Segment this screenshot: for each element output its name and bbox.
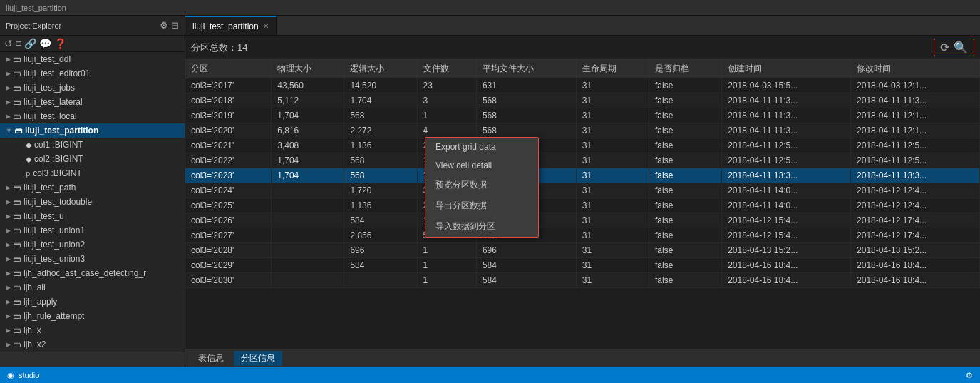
table-cell: 1,704 (272, 153, 344, 168)
table-row[interactable]: col3='2030'158431false2018-04-16 18:4...… (185, 273, 980, 288)
table-cell: 23 (417, 78, 476, 93)
table-row[interactable]: col3='2022'1,704568156831false2018-04-11… (185, 153, 980, 168)
chat-icon[interactable]: 💬 (39, 38, 51, 49)
table-row[interactable]: col3='2020'6,8162,272456831false2018-04-… (185, 123, 980, 138)
sidebar-item-liuji_test_ddl[interactable]: ▶ 🗃 liuji_test_ddl (0, 52, 185, 66)
sidebar-item-liuji_test_editor01[interactable]: ▶ 🗃 liuji_test_editor01 (0, 66, 185, 81)
table-row[interactable]: col3='2029'584158431false2018-04-16 18:4… (185, 258, 980, 273)
table-container: 分区物理大小逻辑大小文件数平均文件大小生命周期是否归档创建时间修改时间 col3… (185, 60, 980, 349)
tree-icon: 🗃 (13, 240, 21, 249)
tree-icon: 🗃 (13, 255, 21, 263)
sidebar-item-label: liuji_test_todouble (24, 197, 92, 207)
table-row[interactable]: col3='2028'696169631false2018-04-13 15:2… (185, 243, 980, 258)
context-menu-item-import_partition[interactable]: 导入数据到分区 (425, 216, 538, 237)
collapse-icon[interactable]: ⊟ (171, 20, 179, 31)
sidebar-tree: ▶ 🗃 liuji_test_ddl ▶ 🗃 liuji_test_editor… (0, 52, 185, 352)
sidebar-item-liuji_test_local[interactable]: ▶ 🗃 liuji_test_local (0, 109, 185, 123)
bottom-tab-partition_info[interactable]: 分区信息 (234, 351, 282, 366)
table-row[interactable]: col3='2018'5,1121,704356831false2018-04-… (185, 93, 980, 108)
sidebar-item-label: ljh_rule_attempt (24, 311, 84, 321)
tree-icon: 🗃 (13, 69, 21, 78)
sidebar-item-liuji_test_union2[interactable]: ▶ 🗃 liuji_test_union2 (0, 238, 185, 252)
table-cell: 568 (476, 108, 576, 123)
column-header: 是否归档 (649, 60, 721, 78)
search-icon[interactable]: 🔍 (954, 41, 968, 54)
sidebar-item-ljh_x2[interactable]: ▶ 🗃 ljh_x2 (0, 337, 185, 352)
sidebar-item-col2[interactable]: ◆ col2 :BIGINT (0, 152, 185, 166)
table-cell: 6,816 (272, 123, 344, 138)
context-menu-item-export_partition[interactable]: 导出分区数据 (425, 195, 538, 216)
context-menu-item-export_grid[interactable]: Export grid data (425, 138, 538, 156)
column-header: 创建时间 (722, 60, 851, 78)
sidebar-item-liuji_test_path[interactable]: ▶ 🗃 liuji_test_path (0, 180, 185, 195)
table-row[interactable]: col3='2024'1,720357331false2018-04-11 14… (185, 183, 980, 198)
sidebar-item-label: liuji_test_union2 (24, 240, 85, 250)
table-cell: 2018-04-11 11:3... (722, 108, 851, 123)
context-menu-item-preview_partition[interactable]: 预览分区数据 (425, 175, 538, 195)
table-cell: false (649, 93, 721, 108)
help-icon[interactable]: ❓ (54, 38, 66, 49)
sidebar-item-ljh_rule_attempt[interactable]: ▶ 🗃 ljh_rule_attempt (0, 309, 185, 323)
table-cell: 2018-04-03 12:1... (851, 78, 980, 93)
sidebar-item-liuji_test_u[interactable]: ▶ 🗃 liuji_test_u (0, 209, 185, 223)
refresh-data-icon[interactable]: ⟳ (940, 41, 949, 54)
sidebar-item-ljh_apply[interactable]: ▶ 🗃 ljh_apply (0, 295, 185, 309)
tree-icon: 🗃 (13, 226, 21, 235)
sidebar-item-ljh_x[interactable]: ▶ 🗃 ljh_x (0, 323, 185, 337)
sidebar-item-liuji_test_lateral[interactable]: ▶ 🗃 liuji_test_lateral (0, 95, 185, 109)
tree-icon: ◆ (26, 141, 31, 150)
tab-liuji_test_partition_tab[interactable]: liuji_test_partition ✕ (185, 16, 277, 35)
settings-icon[interactable]: ⚙ (160, 20, 168, 31)
settings-status-icon[interactable]: ⚙ (966, 371, 973, 380)
table-row[interactable]: col3='2027'2,856557131false2018-04-12 15… (185, 228, 980, 243)
table-cell: 1 (417, 258, 476, 273)
sidebar-item-liuji_test_todouble[interactable]: ▶ 🗃 liuji_test_todouble (0, 195, 185, 209)
table-cell: 568 (344, 168, 417, 183)
sidebar-item-liuji_test_partition[interactable]: ▼ 🗃 liuji_test_partition (0, 123, 185, 138)
bottom-tab-bar: 表信息分区信息 (185, 349, 980, 367)
partition-count-value: 14 (237, 42, 247, 53)
tab-close-icon[interactable]: ✕ (263, 22, 269, 30)
sidebar-item-liuji_test_union1[interactable]: ▶ 🗃 liuji_test_union1 (0, 223, 185, 238)
sidebar-item-ljh_adhoc[interactable]: ▶ 🗃 ljh_adhoc_ast_case_detecting_r (0, 266, 185, 280)
table-cell: false (649, 213, 721, 228)
context-menu-item-view_cell[interactable]: View cell detail (425, 156, 538, 175)
table-cell: col3='2029' (185, 258, 272, 273)
chevron-icon: ▶ (6, 298, 11, 305)
sidebar-item-label: liuji_test_jobs (24, 83, 75, 93)
table-row[interactable]: col3='2019'1,704568156831false2018-04-11… (185, 108, 980, 123)
tree-icon: 🗃 (13, 269, 21, 277)
table-cell: 31 (576, 273, 649, 288)
table-cell (344, 273, 417, 288)
column-header: 生命周期 (576, 60, 649, 78)
table-row[interactable]: col3='2017'43,56014,5202363131false2018-… (185, 78, 980, 93)
sidebar-item-col3[interactable]: p col3 :BIGINT (0, 166, 185, 180)
table-cell: col3='2020' (185, 123, 272, 138)
table-cell: 1 (417, 243, 476, 258)
table-row[interactable]: col3='2021'3,4081,136256831false2018-04-… (185, 138, 980, 153)
table-row[interactable]: col3='2025'1,136256831false2018-04-11 14… (185, 198, 980, 213)
bottom-tab-table_info[interactable]: 表信息 (191, 351, 231, 366)
table-cell: 1,136 (344, 198, 417, 213)
chevron-icon: ▶ (6, 184, 11, 191)
table-cell: col3='2028' (185, 243, 272, 258)
refresh-icon[interactable]: ↺ (4, 38, 13, 49)
table-cell: col3='2022' (185, 153, 272, 168)
link-icon[interactable]: 🔗 (24, 38, 36, 49)
table-cell: 31 (576, 198, 649, 213)
table-cell: 2018-04-16 18:4... (851, 258, 980, 273)
sidebar-item-liuji_test_union3[interactable]: ▶ 🗃 liuji_test_union3 (0, 252, 185, 266)
sidebar-header-title: Project Explorer (6, 21, 61, 30)
sidebar-item-ljh_all[interactable]: ▶ 🗃 ljh_all (0, 280, 185, 295)
table-cell: false (649, 258, 721, 273)
table-cell: 2018-04-12 15:4... (722, 228, 851, 243)
tree-icon: 🗃 (13, 212, 21, 220)
table-row[interactable]: col3='2023'1,704568156831false2018-04-11… (185, 168, 980, 183)
table-cell: 1,704 (272, 168, 344, 183)
partition-count-label: 分区总数： (191, 42, 237, 53)
sidebar-item-liuji_test_jobs[interactable]: ▶ 🗃 liuji_test_jobs (0, 81, 185, 95)
sidebar-item-col1[interactable]: ◆ col1 :BIGINT (0, 138, 185, 152)
sidebar-bottom (0, 352, 185, 367)
collapse-all-icon[interactable]: ≡ (16, 38, 21, 49)
table-row[interactable]: col3='2026'584158431false2018-04-12 15:4… (185, 213, 980, 228)
